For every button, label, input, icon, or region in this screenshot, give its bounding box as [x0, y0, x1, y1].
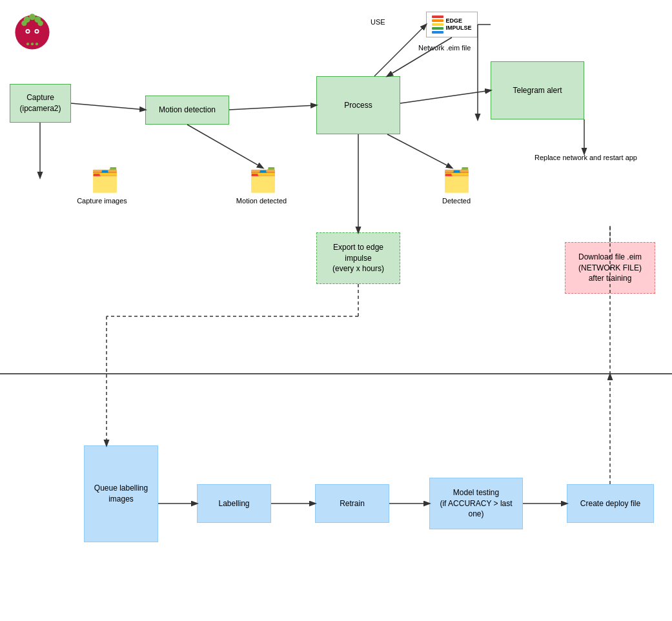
download-label: Download file .eim(NETWORK FILE)after tr…	[578, 252, 642, 284]
retrain-box: Retrain	[315, 484, 389, 523]
motion-detection-label: Motion detection	[159, 105, 216, 116]
svg-point-6	[37, 21, 43, 26]
labelling-label: Labelling	[218, 498, 249, 509]
svg-line-17	[187, 125, 263, 168]
create-deploy-label: Create deploy file	[580, 498, 640, 509]
svg-point-11	[36, 30, 38, 33]
svg-point-5	[21, 21, 26, 26]
capture-box: Capture(ipcamera2)	[10, 84, 71, 123]
ei-logo-text: EDGE IMPULSE	[445, 17, 471, 32]
svg-line-18	[229, 105, 316, 110]
motion-detection-box: Motion detection	[145, 96, 229, 125]
capture-images-label: Capture images	[70, 197, 134, 205]
replace-label: Replace network and restart app	[535, 154, 637, 161]
svg-rect-7	[23, 27, 41, 43]
network-eim-label: Network .eim file	[418, 44, 471, 52]
svg-line-19	[387, 134, 452, 168]
labelling-box: Labelling	[197, 484, 271, 523]
model-testing-box: Model testing(if ACCURACY > lastone)	[429, 478, 523, 529]
export-box: Export to edgeimpulse(every x hours)	[316, 232, 400, 284]
queue-label: Queue labellingimages	[94, 483, 148, 505]
retrain-label: Retrain	[340, 498, 365, 509]
svg-point-13	[31, 43, 34, 45]
model-testing-label: Model testing(if ACCURACY > lastone)	[440, 487, 512, 520]
top-section: EDGE IMPULSE Capture(ipcamera2) Motion d…	[0, 0, 672, 374]
svg-point-10	[26, 30, 29, 33]
svg-line-16	[71, 103, 145, 110]
telegram-label: Telegram alert	[513, 85, 562, 96]
capture-label: Capture(ipcamera2)	[19, 92, 61, 114]
motion-detected-folder: 🗂️	[249, 167, 278, 194]
export-label: Export to edgeimpulse(every x hours)	[332, 242, 384, 274]
download-box: Download file .eim(NETWORK FILE)after tr…	[565, 242, 655, 294]
process-box: Process	[316, 76, 400, 134]
svg-point-12	[26, 43, 29, 45]
telegram-box: Telegram alert	[491, 61, 584, 119]
ei-top-logo: EDGE IMPULSE	[426, 12, 478, 37]
process-label: Process	[344, 100, 372, 111]
rpi-logo	[6, 6, 58, 58]
capture-images-folder: 🗂️	[90, 167, 119, 194]
create-deploy-box: Create deploy file	[567, 484, 654, 523]
bottom-section: EDGE IMPULSE Queue labellingimages Label…	[0, 374, 672, 621]
motion-detected-label: Motion detected	[229, 197, 294, 205]
detected-folder: 🗂️	[442, 167, 471, 194]
svg-point-14	[36, 43, 38, 45]
svg-line-23	[387, 37, 452, 76]
queue-labelling-box: Queue labellingimages	[84, 445, 158, 542]
svg-line-20	[400, 90, 491, 103]
diagram-container: EDGE IMPULSE Capture(ipcamera2) Motion d…	[0, 0, 672, 621]
use-label: USE	[371, 18, 385, 26]
svg-point-3	[29, 14, 36, 20]
detected-label: Detected	[434, 197, 479, 205]
